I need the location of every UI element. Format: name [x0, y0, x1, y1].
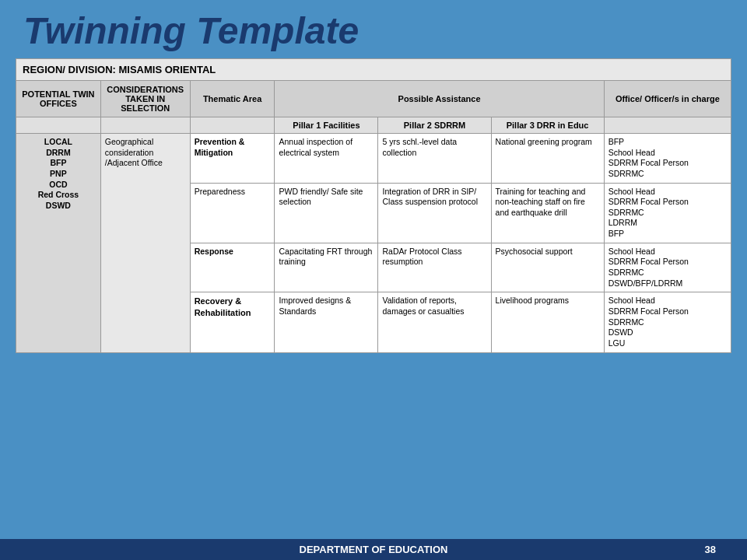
office-response: School HeadSDRRM Focal PersonSDRRMCDSWD/… [604, 243, 731, 292]
p2-recovery: Validation of reports, damages or casual… [378, 292, 491, 352]
pillar-empty-2 [100, 117, 190, 134]
pillar2-header: Pillar 2 SDRRM [378, 117, 491, 134]
p3-prevention: National greening program [491, 134, 604, 184]
title-area: Twinning Template [0, 0, 747, 58]
header-considerations: CONSIDERATIONS TAKEN IN SELECTION [100, 81, 190, 117]
table-row-prevention: LOCALDRRMBFPPNPOCDRed CrossDSWD Geograph… [16, 134, 731, 184]
page-title: Twinning Template [23, 9, 724, 52]
header-potential-twin: POTENTIAL TWIN OFFICES [16, 81, 101, 117]
p1-prevention: Annual inspection of electrical system [275, 134, 378, 184]
footer-label: DEPARTMENT OF EDUCATION [300, 544, 448, 555]
thematic-preparedness: Preparedness [190, 183, 275, 243]
pillar1-header: Pillar 1 Facilities [275, 117, 378, 134]
office-prevention: BFPSchool HeadSDRRM Focal PersonSDRRMC [604, 134, 731, 184]
thematic-prevention: Prevention & Mitigation [190, 134, 275, 184]
geo-cell: Geographical consideration /Adjacent Off… [100, 134, 190, 353]
p2-response: RaDAr Protocol Class resumption [378, 243, 491, 292]
region-cell: REGION/ DIVISION: MISAMIS ORIENTAL [16, 59, 731, 81]
pillar3-header: Pillar 3 DRR in Educ [491, 117, 604, 134]
p1-response: Capacitating FRT through training [275, 243, 378, 292]
footer-bar: DEPARTMENT OF EDUCATION 38 [0, 539, 747, 560]
footer-page-number: 38 [705, 544, 716, 555]
pillar-empty-1 [16, 117, 101, 134]
p3-recovery: Livelihood programs [491, 292, 604, 352]
thematic-response: Response [190, 243, 275, 292]
p2-preparedness: Integration of DRR in SIP/ Class suspens… [378, 183, 491, 243]
local-offices-cell: LOCALDRRMBFPPNPOCDRed CrossDSWD [16, 134, 101, 353]
pillar-row: Pillar 1 Facilities Pillar 2 SDRRM Pilla… [16, 117, 731, 134]
thematic-recovery: Recovery & Rehabilitation [190, 292, 275, 352]
main-table: REGION/ DIVISION: MISAMIS ORIENTAL POTEN… [16, 58, 731, 353]
header-office-officer: Office/ Officer/s in charge [604, 81, 731, 117]
p2-prevention: 5 yrs schl.-level data collection [378, 134, 491, 184]
header-thematic-area: Thematic Area [190, 81, 275, 117]
p1-recovery: Improved designs & Standards [275, 292, 378, 352]
office-recovery: School HeadSDRRM Focal PersonSDRRMCDSWDL… [604, 292, 731, 352]
header-possible-assistance: Possible Assistance [275, 81, 604, 117]
p3-preparedness: Training for teaching and non-teaching s… [491, 183, 604, 243]
pillar-empty-3 [190, 117, 275, 134]
region-row: REGION/ DIVISION: MISAMIS ORIENTAL [16, 59, 731, 81]
pillar-empty-4 [604, 117, 731, 134]
p3-response: Psychosocial support [491, 243, 604, 292]
p1-preparedness: PWD friendly/ Safe site selection [275, 183, 378, 243]
table-wrapper: REGION/ DIVISION: MISAMIS ORIENTAL POTEN… [0, 58, 747, 539]
page-container: Twinning Template REGION/ DIVISION: MISA… [0, 0, 747, 560]
header-row: POTENTIAL TWIN OFFICES CONSIDERATIONS TA… [16, 81, 731, 117]
office-preparedness: School HeadSDRRM Focal PersonSDRRMCLDRRM… [604, 183, 731, 243]
